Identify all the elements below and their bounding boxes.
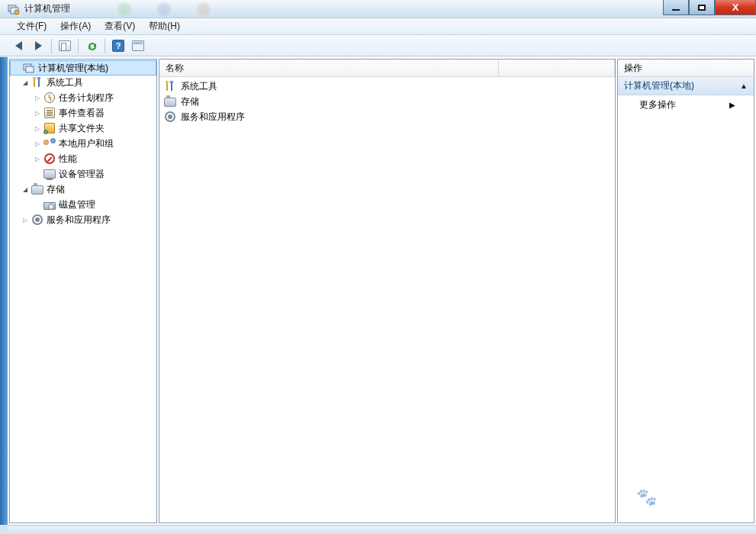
tree-label: 性能 [59,153,77,166]
expand-icon[interactable] [31,110,43,117]
status-bar [8,525,756,534]
arrow-left-icon [15,41,22,50]
expand-icon[interactable] [19,217,31,224]
actions-section-label: 计算机管理(本地) [624,79,694,92]
back-button[interactable] [9,37,27,54]
svg-rect-8 [37,77,40,79]
toolbar-separator [105,38,105,53]
svg-rect-7 [33,77,36,79]
minimize-button[interactable] [663,0,689,15]
storage-icon [31,183,43,195]
svg-rect-12 [170,81,173,83]
list-item-label: 系统工具 [181,80,217,93]
svg-rect-4 [26,66,34,72]
tree-performance[interactable]: 性能 [10,151,156,166]
tree-device-manager[interactable]: 设备管理器 [10,166,156,182]
faded-bg-icons [116,1,212,18]
column-name[interactable]: 名称 [159,60,499,76]
main-area: 计算机管理(本地) 系统工具 任务计划程序 事件查看器 共享文件夹 [8,56,756,525]
tree-task-scheduler[interactable]: 任务计划程序 [10,90,156,105]
help-button[interactable]: ? [109,37,127,54]
app-icon [8,3,20,15]
tree-system-tools[interactable]: 系统工具 [10,75,156,90]
tree-label: 共享文件夹 [59,122,105,135]
properties-icon [59,40,71,51]
actions-section[interactable]: 计算机管理(本地) ▲ [618,77,754,95]
action-more[interactable]: 更多操作 ▶ [618,95,754,114]
column-blank[interactable] [499,60,615,76]
expand-icon[interactable] [31,140,43,147]
storage-icon [164,95,176,108]
title-bar: 计算机管理 X [0,0,756,18]
toolbar: ? [0,35,756,56]
tools-icon [164,80,176,92]
toolbar-separator [51,38,52,53]
services-icon [164,111,176,123]
chevron-up-icon: ▲ [740,82,748,90]
actions-header: 操作 [618,60,754,77]
tree-root[interactable]: 计算机管理(本地) [10,60,156,76]
arrow-right-icon [35,41,42,50]
tree-label: 事件查看器 [59,107,105,120]
services-icon [31,214,43,226]
computer-mgmt-icon [23,62,35,74]
close-button[interactable]: X [715,0,756,15]
list-item-label: 存储 [181,95,199,108]
svg-rect-11 [166,81,169,83]
tree-event-viewer[interactable]: 事件查看器 [10,105,156,121]
list-header: 名称 [159,60,615,77]
refresh-icon [86,40,97,51]
window-controls: X [663,0,756,15]
actions-pane: 操作 计算机管理(本地) ▲ 更多操作 ▶ [617,59,754,523]
tree-services-apps[interactable]: 服务和应用程序 [10,212,156,227]
menu-action[interactable]: 操作(A) [54,18,97,35]
menu-bar: 文件(F) 操作(A) 查看(V) 帮助(H) [0,18,756,35]
tree-disk-mgmt[interactable]: 磁盘管理 [10,197,156,212]
menu-file[interactable]: 文件(F) [11,18,53,35]
list-body: 系统工具 存储 服务和应用程序 [159,77,615,523]
menu-view[interactable]: 查看(V) [98,18,141,35]
show-hide-pane-button[interactable] [129,37,147,54]
window-title: 计算机管理 [24,2,70,15]
list-item[interactable]: 系统工具 [159,79,615,94]
list-pane: 名称 系统工具 存储 服务和应用程序 [159,59,616,523]
help-icon: ? [112,40,124,52]
clock-icon [43,92,56,104]
tree-label: 任务计划程序 [59,92,114,105]
list-item[interactable]: 存储 [159,94,615,109]
device-icon [43,168,56,180]
refresh-button[interactable] [82,37,101,54]
expand-icon[interactable] [19,79,31,86]
tree-shared-folders[interactable]: 共享文件夹 [10,121,156,136]
performance-icon [43,153,56,165]
svg-point-2 [14,10,19,14]
tree-storage[interactable]: 存储 [10,182,156,197]
chevron-right-icon: ▶ [729,101,735,109]
expand-icon[interactable] [31,95,43,101]
maximize-button[interactable] [689,0,715,15]
nav-tree: 计算机管理(本地) 系统工具 任务计划程序 事件查看器 共享文件夹 [10,60,156,229]
tree-label: 设备管理器 [59,168,105,181]
forward-button[interactable] [29,37,47,54]
tree-label: 服务和应用程序 [47,214,111,227]
event-icon [43,107,56,119]
pane-icon [132,40,144,51]
tools-icon [31,76,43,88]
tree-local-users[interactable]: 本地用户和组 [10,136,156,151]
list-item[interactable]: 服务和应用程序 [159,109,615,124]
tree-label: 磁盘管理 [59,198,95,211]
action-more-label: 更多操作 [639,98,676,111]
tree-label: 本地用户和组 [59,137,114,150]
toolbar-separator [78,38,79,53]
expand-icon[interactable] [19,186,31,193]
tree-label: 系统工具 [47,76,83,89]
expand-icon[interactable] [31,156,43,162]
properties-button[interactable] [56,37,74,54]
share-icon [43,122,56,134]
expand-icon[interactable] [31,125,43,132]
menu-help[interactable]: 帮助(H) [143,18,186,35]
list-item-label: 服务和应用程序 [181,111,245,124]
tree-root-label: 计算机管理(本地) [38,62,108,75]
disk-icon [43,198,56,211]
users-icon [43,137,56,150]
